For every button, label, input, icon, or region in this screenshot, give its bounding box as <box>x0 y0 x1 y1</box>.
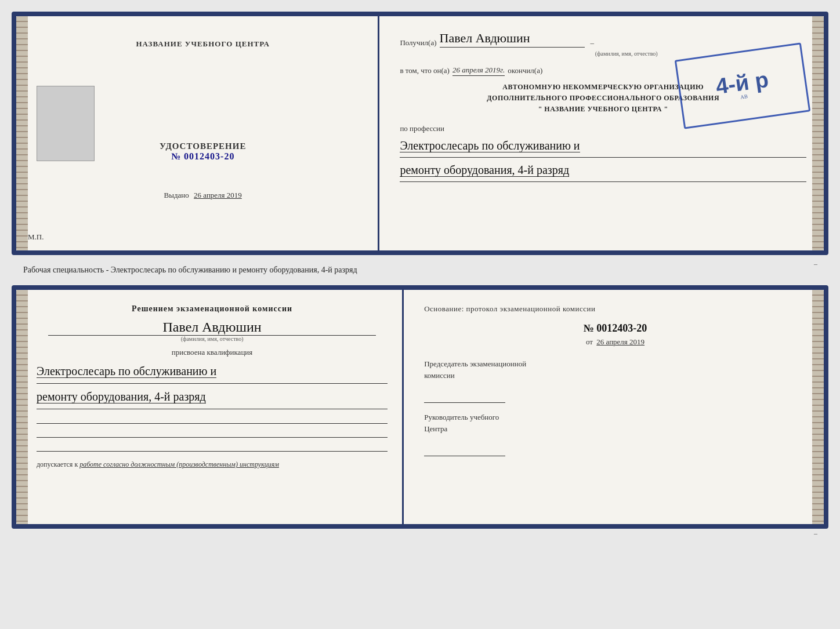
qualification-line-2: ремонту оборудования, 4-й разряд <box>37 386 388 409</box>
dopuskaetsya-label: допускается к <box>37 460 78 468</box>
okonchil-label: окончил(а) <box>508 66 542 75</box>
middle-text: Рабочая специальность - Электрослесарь п… <box>12 261 828 279</box>
rukovoditel-sig-line <box>424 446 505 456</box>
protocol-number-bottom: № 0012403-20 <box>424 322 806 335</box>
chairman-label-1: Председатель экзаменационной <box>424 359 526 368</box>
name-line: Павел Авдюшин <box>48 319 376 336</box>
vydano-date: 26 апреля 2019 <box>194 191 242 199</box>
recipient-name-bottom: Павел Авдюшин <box>48 319 376 335</box>
stamp-subtitle: АВ <box>740 93 748 100</box>
rukovoditel-block: Руководитель учебного Центра <box>424 412 806 456</box>
qualification-text-2: ремонту оборудования, 4-й разряд <box>37 390 206 403</box>
chairman-sig-line <box>424 392 505 403</box>
po-professii-label: по профессии <box>400 124 806 133</box>
photo-placeholder <box>37 86 95 161</box>
bottom-left-panel: Решением экзаменационной комиссии Павел … <box>16 290 404 524</box>
stamp-grade: 4-й р <box>715 68 770 97</box>
sig-line-3 <box>37 440 388 452</box>
top-right-panel: Получил(а) Павел Авдюшин – (фамилия, имя… <box>379 16 824 250</box>
prisvoena-label: присвоена квалификация <box>37 348 388 357</box>
profession-line-2: ремонту оборудования, 4-й разряд <box>400 159 806 182</box>
signature-lines <box>37 412 388 452</box>
poluchil-line: Получил(а) Павел Авдюшин – <box>400 31 806 48</box>
resheniem-title: Решением экзаменационной комиссии <box>37 304 388 314</box>
profession-text-1: Электрослесарь по обслуживанию и <box>400 139 580 152</box>
poluchil-label: Получил(а) <box>400 38 436 48</box>
spine-right-bottom <box>812 290 824 524</box>
udostoverenie-number: № 0012403-20 <box>160 151 247 162</box>
rukovoditel-label: Руководитель учебного Центра <box>424 412 806 434</box>
bottom-document: Решением экзаменационной комиссии Павел … <box>12 285 828 529</box>
vydano-label: Выдано <box>164 191 189 199</box>
profession-line-1: Электрослесарь по обслуживанию и <box>400 135 806 158</box>
udostoverenie-label: УДОСТОВЕРЕНИЕ <box>160 141 247 151</box>
recipient-name-top: Павел Авдюшин <box>440 31 585 48</box>
profession-text-2: ремонту оборудования, 4-й разряд <box>400 163 569 177</box>
qualification-line-1: Электрослесарь по обслуживанию и <box>37 360 388 384</box>
spine-right-top <box>812 16 824 250</box>
ot-prefix: от <box>586 337 593 346</box>
sig-line-1 <box>37 412 388 424</box>
sig-line-2 <box>37 426 388 438</box>
chairman-label: Председатель экзаменационной комиссии <box>424 358 806 381</box>
mp-label: М.П. <box>28 232 44 242</box>
chairman-label-2: комиссии <box>424 371 455 380</box>
ot-date-value: 26 апреля 2019 <box>596 337 645 346</box>
chairman-block: Председатель экзаменационной комиссии <box>424 358 806 403</box>
bottom-right-panel: Основание: протокол экзаменационной коми… <box>404 290 824 524</box>
dopuskaetsya-value: работе согласно должностным (производств… <box>79 460 279 468</box>
dash-after-name: – <box>591 38 595 48</box>
rukovoditel-label-2: Центра <box>424 424 447 433</box>
top-document: НАЗВАНИЕ УЧЕБНОГО ЦЕНТРА УДОСТОВЕРЕНИЕ №… <box>12 12 828 255</box>
dopuskaetsya-block: допускается к работе согласно должностны… <box>37 460 388 469</box>
osnovanie-label: Основание: протокол экзаменационной коми… <box>424 304 806 314</box>
ot-date-bottom: от 26 апреля 2019 <box>424 337 806 347</box>
page-container: НАЗВАНИЕ УЧЕБНОГО ЦЕНТРА УДОСТОВЕРЕНИЕ №… <box>12 12 828 529</box>
qualification-text-1: Электрослесарь по обслуживанию и <box>37 365 216 378</box>
vtom-label: в том, что он(а) <box>400 66 450 75</box>
training-center-title-top: НАЗВАНИЕ УЧЕБНОГО ЦЕНТРА <box>136 39 270 49</box>
top-left-panel: НАЗВАНИЕ УЧЕБНОГО ЦЕНТРА УДОСТОВЕРЕНИЕ №… <box>16 16 379 250</box>
rukovoditel-label-1: Руководитель учебного <box>424 413 499 421</box>
fio-subtitle-bottom: (фамилия, имя, отчество) <box>37 336 388 342</box>
completion-date: 26 апреля 2019г. <box>452 66 505 76</box>
